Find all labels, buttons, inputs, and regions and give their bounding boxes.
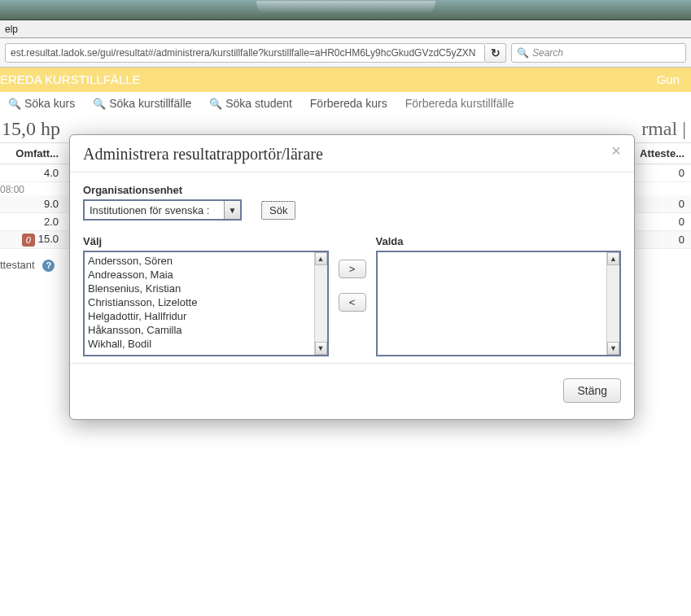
search-icon: 🔍 xyxy=(8,98,21,110)
list-item[interactable]: Andersson, Sören xyxy=(88,254,324,268)
org-unit-select[interactable]: Institutionen för svenska : ▼ xyxy=(83,199,242,221)
admin-reporter-dialog: Administrera resultatrapportör/lärare × … xyxy=(69,134,635,420)
search-button[interactable]: Sök xyxy=(261,201,295,220)
close-button[interactable]: Stäng xyxy=(563,378,621,403)
move-left-button[interactable]: < xyxy=(339,293,366,312)
menu-help[interactable]: elp xyxy=(0,24,23,35)
search-placeholder: Search xyxy=(532,47,563,59)
scrollbar[interactable]: ▲ ▼ xyxy=(606,252,619,355)
org-unit-selected: Institutionen för svenska : xyxy=(85,204,224,216)
tab-forbereda-kurs[interactable]: Förbereda kurs xyxy=(310,97,387,110)
move-right-button[interactable]: > xyxy=(339,260,366,278)
org-unit-label: Organisationsenhet xyxy=(83,184,621,196)
list-item[interactable]: Wikhall, Bodil xyxy=(88,337,324,351)
dialog-title: Administrera resultatrapportör/lärare xyxy=(83,145,323,164)
scroll-down-icon[interactable]: ▼ xyxy=(607,342,619,355)
chevron-down-icon: ▼ xyxy=(224,201,240,219)
browser-menubar: elp xyxy=(0,20,691,38)
list-item[interactable]: Håkansson, Camilla xyxy=(88,323,324,337)
tab-soka-student[interactable]: 🔍Söka student xyxy=(209,97,292,110)
tab-soka-kurstillfalle[interactable]: 🔍Söka kurstillfälle xyxy=(93,97,191,110)
reload-button[interactable]: ↻ xyxy=(485,43,506,63)
page-header-right: Gun xyxy=(657,72,680,86)
list-item[interactable]: Helgadottir, Hallfridur xyxy=(88,309,324,323)
url-input[interactable]: est.resultat.ladok.se/gui/resultat#/admi… xyxy=(5,43,485,63)
available-label: Välj xyxy=(83,235,329,247)
list-item[interactable]: Andreasson, Maia xyxy=(88,268,324,282)
browser-search[interactable]: 🔍 Search xyxy=(511,43,686,63)
selected-listbox[interactable]: ▲ ▼ xyxy=(376,251,622,356)
search-icon: 🔍 xyxy=(209,98,222,110)
available-listbox[interactable]: Andersson, SörenAndreasson, MaiaBlenseni… xyxy=(83,251,329,356)
page-header-left: EREDA KURSTILLFÄLLE xyxy=(0,72,141,86)
warning-badge: 0 xyxy=(22,234,35,247)
search-icon: 🔍 xyxy=(93,98,106,110)
list-item[interactable]: Blensenius, Kristian xyxy=(88,282,324,295)
scroll-up-icon[interactable]: ▲ xyxy=(607,252,619,265)
page-header: EREDA KURSTILLFÄLLE Gun xyxy=(0,68,691,92)
window-titlebar xyxy=(0,0,691,20)
tab-forbereda-kurstillfalle[interactable]: Förbereda kurstillfälle xyxy=(405,97,514,110)
selected-label: Valda xyxy=(376,235,622,247)
help-icon[interactable]: ? xyxy=(42,260,55,272)
close-icon[interactable]: × xyxy=(611,145,621,156)
scroll-up-icon[interactable]: ▲ xyxy=(315,252,327,265)
scrollbar[interactable]: ▲ ▼ xyxy=(314,252,327,355)
tab-soka-kurs[interactable]: 🔍Söka kurs xyxy=(8,97,75,110)
nav-tabs: 🔍Söka kurs 🔍Söka kurstillfälle 🔍Söka stu… xyxy=(0,92,691,118)
col-omfatt: Omfatt... xyxy=(0,147,65,159)
list-item[interactable]: Christiansson, Lizelotte xyxy=(88,295,324,309)
browser-urlbar: est.resultat.ladok.se/gui/resultat#/admi… xyxy=(0,38,691,68)
scroll-down-icon[interactable]: ▼ xyxy=(315,342,327,355)
search-icon: 🔍 xyxy=(517,47,529,59)
